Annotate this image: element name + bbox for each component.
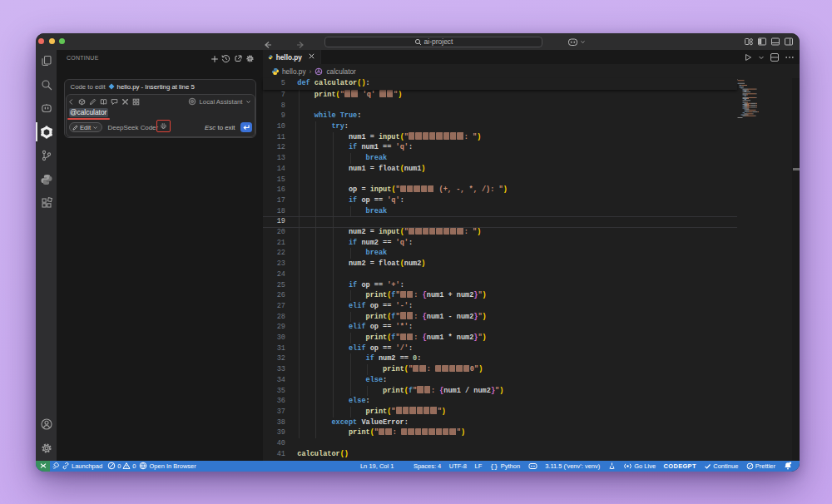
svg-text:{}: {} (490, 462, 498, 470)
